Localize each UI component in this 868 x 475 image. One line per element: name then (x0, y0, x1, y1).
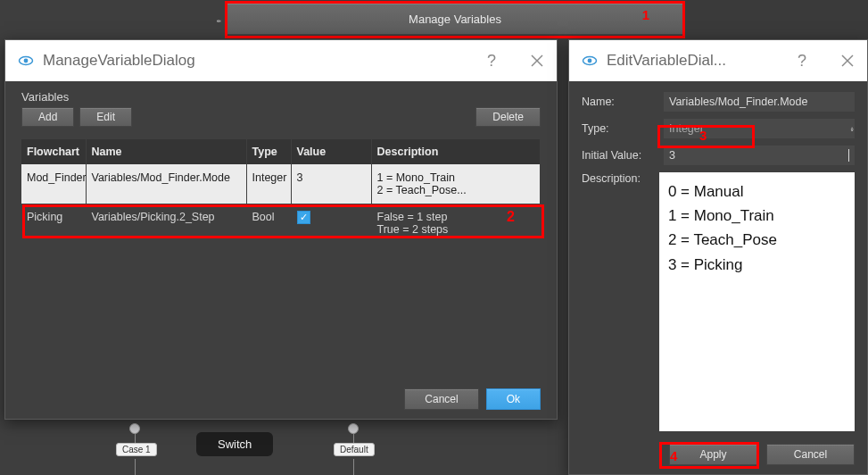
flow-edge (353, 459, 354, 475)
annotation-box-2: 2 (22, 204, 544, 238)
add-button[interactable]: Add (21, 107, 74, 127)
name-label: Name: (582, 96, 657, 108)
help-button[interactable]: ? (798, 52, 806, 71)
table-row[interactable]: Mod_Finder Variables/Mod_Finder.Mode Int… (21, 164, 541, 204)
edit-variable-dialog: EditVariableDial... ? Name: Variables/Mo… (568, 39, 868, 475)
cell-type: Integer (246, 164, 291, 204)
flow-port[interactable] (348, 423, 359, 434)
dialog-title: ManageVariableDialog (43, 52, 195, 70)
top-right-panel (685, 0, 868, 39)
col-description[interactable]: Description (371, 139, 541, 164)
cancel-button[interactable]: Cancel (404, 388, 478, 410)
col-type[interactable]: Type (246, 139, 291, 164)
annotation-3: 3 (699, 128, 707, 143)
cell-name: Variables/Mod_Finder.Mode (86, 164, 246, 204)
cell-value: 3 (291, 164, 371, 204)
svg-point-1 (24, 59, 29, 63)
svg-point-5 (588, 59, 592, 63)
table-header-row: Flowchart Name Type Value Description (21, 139, 541, 164)
annotation-1: 1 (642, 7, 649, 22)
flowchart-canvas[interactable]: Case 1 Switch Default + Mono 3D (80, 423, 482, 475)
cell-description: 1 = Mono_Train2 = Teach_Pose... (371, 164, 541, 204)
switch-label: Switch (218, 438, 252, 451)
close-button[interactable] (530, 54, 544, 68)
case-label: Case 1 (116, 443, 157, 456)
cell-flowchart: Mod_Finder (21, 164, 86, 204)
initial-value-label: Initial Value: (582, 149, 657, 162)
annotation-2: 2 (507, 209, 515, 225)
dialog-title: EditVariableDial... (607, 52, 726, 70)
description-label: Description: (582, 172, 652, 185)
eye-icon (582, 53, 598, 69)
dialog-titlebar: EditVariableDial... ? (569, 40, 867, 81)
top-toolbar: Manage Variables 1 (0, 0, 868, 39)
flow-edge (135, 459, 136, 475)
name-field[interactable]: Variables/Mod_Finder.Mode (664, 92, 855, 112)
manage-variable-dialog: ManageVariableDialog ? Variables Add Edi… (4, 39, 558, 420)
delete-button[interactable]: Delete (475, 107, 541, 127)
variables-label: Variables (21, 90, 541, 104)
chevron-updown-icon: ‹› (850, 124, 851, 134)
default-label: Default (334, 443, 375, 456)
description-textarea[interactable]: 0 = Manual 1 = Mono_Train 2 = Teach_Pose… (659, 172, 855, 431)
cancel-button[interactable]: Cancel (766, 444, 855, 465)
annotation-4: 4 (670, 448, 677, 463)
annotation-box-1 (225, 1, 685, 38)
col-name[interactable]: Name (86, 139, 246, 164)
eye-icon (18, 53, 34, 69)
type-label: Type: (582, 122, 657, 135)
top-left-panel (0, 0, 225, 39)
edit-button[interactable]: Edit (79, 107, 132, 127)
flow-port[interactable] (129, 423, 140, 434)
switch-node[interactable]: Switch (196, 432, 273, 456)
ok-button[interactable]: Ok (486, 388, 541, 410)
dialog-titlebar: ManageVariableDialog ? (5, 40, 557, 81)
col-value[interactable]: Value (291, 139, 371, 164)
col-flowchart[interactable]: Flowchart (21, 139, 86, 164)
help-button[interactable]: ? (487, 52, 496, 71)
close-button[interactable] (840, 54, 855, 68)
initial-value-field[interactable] (664, 146, 855, 165)
